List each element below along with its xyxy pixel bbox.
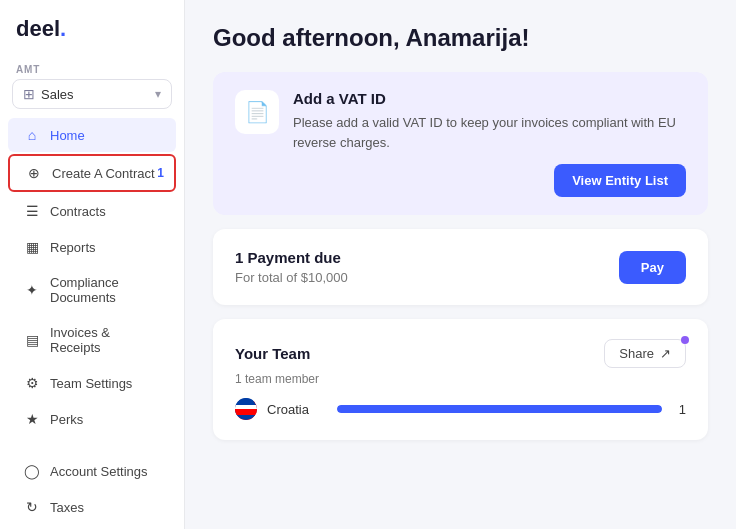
- amt-selector[interactable]: ⊞ Sales ▾: [12, 79, 172, 109]
- sidebar-item-label: Contracts: [50, 204, 106, 219]
- vat-content: Add a VAT ID Please add a valid VAT ID t…: [293, 90, 686, 197]
- payment-subtitle: For total of $10,000: [235, 270, 348, 285]
- payment-card: 1 Payment due For total of $10,000 Pay: [213, 229, 708, 305]
- main-content: Good afternoon, Anamarija! 📄 Add a VAT I…: [185, 0, 736, 529]
- team-subtitle: 1 team member: [235, 372, 686, 386]
- team-header: Your Team Share ↗: [235, 339, 686, 368]
- sidebar-item-label: Account Settings: [50, 464, 148, 479]
- document-add-icon: 📄: [245, 100, 270, 124]
- sidebar-item-label: Team Settings: [50, 376, 132, 391]
- view-entity-list-button[interactable]: View Entity List: [554, 164, 686, 197]
- country-name: Croatia: [267, 402, 327, 417]
- pay-button[interactable]: Pay: [619, 251, 686, 284]
- svg-rect-1: [235, 409, 257, 415]
- sidebar-item-perks[interactable]: ★ Perks: [8, 402, 176, 436]
- sidebar-item-label: Perks: [50, 412, 83, 427]
- team-progress-bar: [337, 405, 662, 413]
- greeting: Good afternoon, Anamarija!: [213, 24, 708, 52]
- sidebar: deel. AMT ⊞ Sales ▾ ⌂ Home ⊕ Create A Co…: [0, 0, 185, 529]
- amt-label: Sales: [41, 87, 155, 102]
- sidebar-item-team-settings[interactable]: ⚙ Team Settings: [8, 366, 176, 400]
- sidebar-item-taxes[interactable]: ↻ Taxes: [8, 490, 176, 524]
- sidebar-item-contracts[interactable]: ☰ Contracts: [8, 194, 176, 228]
- home-icon: ⌂: [24, 127, 40, 143]
- sidebar-item-label: Invoices & Receipts: [50, 325, 160, 355]
- sidebar-item-label: Reports: [50, 240, 96, 255]
- sidebar-item-label: Taxes: [50, 500, 84, 515]
- person-icon: ◯: [24, 463, 40, 479]
- invoice-icon: ▤: [24, 332, 40, 348]
- payment-info: 1 Payment due For total of $10,000: [235, 249, 348, 285]
- building-icon: ⊞: [23, 86, 35, 102]
- sidebar-item-label: Home: [50, 128, 85, 143]
- star-icon: ★: [24, 411, 40, 427]
- document-icon: ☰: [24, 203, 40, 219]
- amt-section-label: AMT: [0, 54, 184, 79]
- share-label: Share: [619, 346, 654, 361]
- logo-dot: .: [60, 16, 66, 41]
- vat-card: 📄 Add a VAT ID Please add a valid VAT ID…: [213, 72, 708, 215]
- compliance-icon: ✦: [24, 282, 40, 298]
- vat-title: Add a VAT ID: [293, 90, 686, 107]
- croatia-flag: [235, 398, 257, 420]
- notification-dot: [681, 336, 689, 344]
- share-icon: ↗: [660, 346, 671, 361]
- team-card: Your Team Share ↗ 1 team member Croatia …: [213, 319, 708, 440]
- sidebar-item-label: Create A Contract: [52, 166, 155, 181]
- share-button[interactable]: Share ↗: [604, 339, 686, 368]
- member-count: 1: [672, 402, 686, 417]
- circle-plus-icon: ⊕: [26, 165, 42, 181]
- sidebar-item-home[interactable]: ⌂ Home: [8, 118, 176, 152]
- sidebar-item-reports[interactable]: ▦ Reports: [8, 230, 176, 264]
- team-row: Croatia 1: [235, 398, 686, 420]
- sidebar-item-account-settings[interactable]: ◯ Account Settings: [8, 454, 176, 488]
- team-title: Your Team: [235, 345, 310, 362]
- vat-icon-wrap: 📄: [235, 90, 279, 134]
- chevron-down-icon: ▾: [155, 87, 161, 101]
- gear-icon: ⚙: [24, 375, 40, 391]
- sidebar-item-invoices[interactable]: ▤ Invoices & Receipts: [8, 316, 176, 364]
- sidebar-item-create-contract[interactable]: ⊕ Create A Contract 1: [8, 154, 176, 192]
- payment-card-inner: 1 Payment due For total of $10,000 Pay: [235, 249, 686, 285]
- sidebar-item-compliance[interactable]: ✦ Compliance Documents: [8, 266, 176, 314]
- nav-badge: 1: [157, 166, 164, 180]
- payment-title: 1 Payment due: [235, 249, 348, 266]
- logo: deel.: [0, 0, 184, 54]
- chart-icon: ▦: [24, 239, 40, 255]
- tax-icon: ↻: [24, 499, 40, 515]
- sidebar-item-label: Compliance Documents: [50, 275, 160, 305]
- vat-desc: Please add a valid VAT ID to keep your i…: [293, 113, 686, 152]
- team-progress-fill: [337, 405, 662, 413]
- svg-rect-2: [235, 405, 257, 409]
